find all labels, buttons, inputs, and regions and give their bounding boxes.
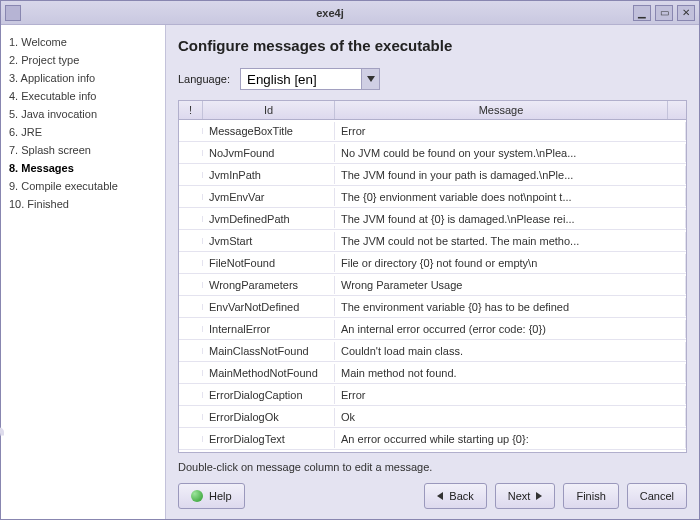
table-row[interactable]: JvmEnvVarThe {0} envionment variable doe… bbox=[179, 186, 686, 208]
close-button[interactable]: ✕ bbox=[677, 5, 695, 21]
table-header: ! Id Message bbox=[179, 101, 686, 120]
wizard-step[interactable]: 1. Welcome bbox=[9, 33, 157, 51]
help-button[interactable]: Help bbox=[178, 483, 245, 509]
table-row[interactable]: JvmStartThe JVM could not be started. Th… bbox=[179, 230, 686, 252]
cell-flag bbox=[179, 194, 203, 200]
cell-id: JvmInPath bbox=[203, 166, 335, 184]
cell-id: EnvVarNotDefined bbox=[203, 298, 335, 316]
wizard-step[interactable]: 2. Project type bbox=[9, 51, 157, 69]
table-row[interactable]: MessageBoxTitleError bbox=[179, 120, 686, 142]
table-row[interactable]: ErrorDialogTextAn error occurred while s… bbox=[179, 428, 686, 450]
table-row[interactable]: WrongParametersWrong Parameter Usage bbox=[179, 274, 686, 296]
col-header-scroll bbox=[668, 101, 686, 119]
cell-message[interactable]: Error bbox=[335, 386, 686, 404]
cell-message[interactable]: No JVM could be found on your system.\nP… bbox=[335, 144, 686, 162]
cell-flag bbox=[179, 414, 203, 420]
cell-id: PowerUserRequired bbox=[203, 452, 335, 453]
cell-id: InternalError bbox=[203, 320, 335, 338]
footer: Help Back Next Finish Cancel bbox=[178, 483, 687, 509]
arrow-right-icon bbox=[536, 492, 542, 500]
cell-id: ErrorDialogCaption bbox=[203, 386, 335, 404]
cell-flag bbox=[179, 370, 203, 376]
table-row[interactable]: JvmDefinedPathThe JVM found at {0} is da… bbox=[179, 208, 686, 230]
cell-message[interactable]: An error occurred while starting up {0}: bbox=[335, 430, 686, 448]
wizard-step[interactable]: 3. Application info bbox=[9, 69, 157, 87]
cell-flag bbox=[179, 172, 203, 178]
wizard-step[interactable]: 7. Splash screen bbox=[9, 141, 157, 159]
help-label: Help bbox=[209, 490, 232, 502]
table-row[interactable]: InternalErrorAn internal error occurred … bbox=[179, 318, 686, 340]
table-row[interactable]: EnvVarNotDefinedThe environment variable… bbox=[179, 296, 686, 318]
language-select[interactable] bbox=[240, 68, 380, 90]
cell-id: MainMethodNotFound bbox=[203, 364, 335, 382]
back-button[interactable]: Back bbox=[424, 483, 486, 509]
cell-flag bbox=[179, 436, 203, 442]
cell-message[interactable]: Main method not found. bbox=[335, 364, 686, 382]
cell-id: WrongParameters bbox=[203, 276, 335, 294]
help-icon bbox=[191, 490, 203, 502]
hint-text: Double-click on message column to edit a… bbox=[178, 461, 687, 473]
table-row[interactable]: FileNotFoundFile or directory {0} not fo… bbox=[179, 252, 686, 274]
col-header-message[interactable]: Message bbox=[335, 101, 668, 119]
cell-message[interactable]: The {0} envionment variable does not\npo… bbox=[335, 188, 686, 206]
cell-flag bbox=[179, 282, 203, 288]
cell-message[interactable]: Couldn't load main class. bbox=[335, 342, 686, 360]
app-icon bbox=[5, 5, 21, 21]
table-row[interactable]: PowerUserRequiredYou must be at least Po… bbox=[179, 450, 686, 452]
app-window: exe4j ▁ ▭ ✕ 1. Welcome2. Project type3. … bbox=[0, 0, 700, 520]
wizard-step[interactable]: 10. Finished bbox=[9, 195, 157, 213]
cell-flag bbox=[179, 216, 203, 222]
finish-label: Finish bbox=[576, 490, 605, 502]
titlebar: exe4j ▁ ▭ ✕ bbox=[1, 1, 699, 25]
cell-message[interactable]: The JVM could not be started. The main m… bbox=[335, 232, 686, 250]
table-row[interactable]: MainMethodNotFoundMain method not found. bbox=[179, 362, 686, 384]
cancel-label: Cancel bbox=[640, 490, 674, 502]
wizard-step[interactable]: 8. Messages bbox=[9, 159, 157, 177]
messages-table: ! Id Message MessageBoxTitleErrorNoJvmFo… bbox=[178, 100, 687, 453]
wizard-step[interactable]: 6. JRE bbox=[9, 123, 157, 141]
cell-message[interactable]: You must be at least Poweruser to run th… bbox=[335, 452, 686, 453]
cell-id: NoJvmFound bbox=[203, 144, 335, 162]
cell-flag bbox=[179, 304, 203, 310]
language-label: Language: bbox=[178, 73, 230, 85]
next-label: Next bbox=[508, 490, 531, 502]
cell-id: ErrorDialogText bbox=[203, 430, 335, 448]
cell-message[interactable]: An internal error occurred (error code: … bbox=[335, 320, 686, 338]
cell-flag bbox=[179, 238, 203, 244]
cell-message[interactable]: The JVM found in your path is damaged.\n… bbox=[335, 166, 686, 184]
cell-message[interactable]: File or directory {0} not found or empty… bbox=[335, 254, 686, 272]
table-row[interactable]: ErrorDialogOkOk bbox=[179, 406, 686, 428]
arrow-left-icon bbox=[437, 492, 443, 500]
cell-message[interactable]: The JVM found at {0} is damaged.\nPlease… bbox=[335, 210, 686, 228]
cell-message[interactable]: The environment variable {0} has to be d… bbox=[335, 298, 686, 316]
cell-id: ErrorDialogOk bbox=[203, 408, 335, 426]
cell-message[interactable]: Ok bbox=[335, 408, 686, 426]
cell-id: FileNotFound bbox=[203, 254, 335, 272]
cell-flag bbox=[179, 392, 203, 398]
cell-message[interactable]: Error bbox=[335, 122, 686, 140]
cell-id: JvmDefinedPath bbox=[203, 210, 335, 228]
wizard-step[interactable]: 4. Executable info bbox=[9, 87, 157, 105]
back-label: Back bbox=[449, 490, 473, 502]
finish-button[interactable]: Finish bbox=[563, 483, 618, 509]
cell-message[interactable]: Wrong Parameter Usage bbox=[335, 276, 686, 294]
wizard-step[interactable]: 5. Java invocation bbox=[9, 105, 157, 123]
table-row[interactable]: JvmInPathThe JVM found in your path is d… bbox=[179, 164, 686, 186]
table-row[interactable]: MainClassNotFoundCouldn't load main clas… bbox=[179, 340, 686, 362]
col-header-flag[interactable]: ! bbox=[179, 101, 203, 119]
maximize-button[interactable]: ▭ bbox=[655, 5, 673, 21]
table-row[interactable]: NoJvmFoundNo JVM could be found on your … bbox=[179, 142, 686, 164]
minimize-button[interactable]: ▁ bbox=[633, 5, 651, 21]
cell-id: MessageBoxTitle bbox=[203, 122, 335, 140]
wizard-step[interactable]: 9. Compile executable bbox=[9, 177, 157, 195]
col-header-id[interactable]: Id bbox=[203, 101, 335, 119]
table-row[interactable]: ErrorDialogCaptionError bbox=[179, 384, 686, 406]
cell-flag bbox=[179, 150, 203, 156]
cell-id: JvmEnvVar bbox=[203, 188, 335, 206]
cell-flag bbox=[179, 260, 203, 266]
cell-id: JvmStart bbox=[203, 232, 335, 250]
next-button[interactable]: Next bbox=[495, 483, 556, 509]
table-body[interactable]: MessageBoxTitleErrorNoJvmFoundNo JVM cou… bbox=[179, 120, 686, 452]
cancel-button[interactable]: Cancel bbox=[627, 483, 687, 509]
cell-flag bbox=[179, 128, 203, 134]
